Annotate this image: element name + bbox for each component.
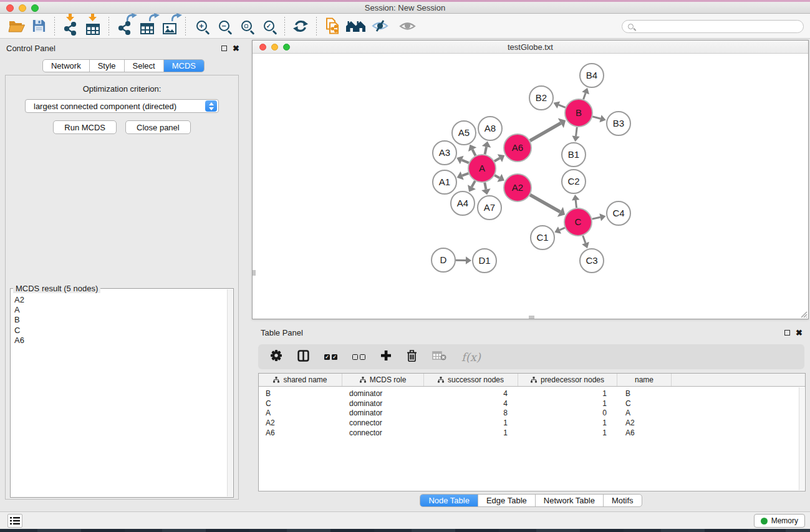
search-input[interactable] [637,21,803,32]
tab-network-table[interactable]: Network Table [536,495,604,506]
float-panel-icon[interactable] [784,330,790,336]
graph-node-label: C1 [536,232,548,243]
tab-motifs[interactable]: Motifs [604,495,642,506]
table-row[interactable]: Cdominator41C [259,399,805,409]
close-panel-icon[interactable]: ✖ [233,44,239,52]
graph-edge-B-B4[interactable] [584,93,586,99]
result-item[interactable]: A2 [14,295,226,305]
graph-edge-A-A3[interactable] [462,160,469,163]
column-header-mcds-role[interactable]: MCDS role [342,374,424,386]
save-session-button[interactable] [27,16,50,37]
mcds-result-list: A2 A B C A6 [11,293,226,496]
graph-edge-C-C3[interactable] [583,236,586,243]
zoom-fit-button[interactable] [235,16,258,37]
export-table-button[interactable] [136,16,158,37]
graph-edge-A6-B[interactable] [530,123,561,140]
show-hide-button[interactable] [369,16,391,37]
run-mcds-button[interactable]: Run MCDS [53,120,117,134]
column-header-successor-nodes[interactable]: successor nodes [424,374,518,386]
graph-edge-A2-C[interactable] [530,195,560,211]
open-session-button[interactable] [5,16,27,37]
column-type-icon [273,377,279,383]
search-field [622,20,804,33]
create-column-button[interactable] [380,350,392,364]
checked-box-icon: ✓ [324,354,330,360]
graph-edge-A-A7[interactable] [485,183,486,190]
close-panel-icon[interactable]: ✖ [796,329,803,337]
tab-style[interactable]: Style [90,60,125,72]
zoom-in-button[interactable]: + [190,16,213,37]
result-item[interactable]: C [14,326,226,336]
table-cell: 1 [518,418,617,427]
import-table-button[interactable] [82,16,104,37]
column-header-predecessor-nodes[interactable]: predecessor nodes [518,374,617,386]
result-item[interactable]: A [14,305,226,315]
memory-button[interactable]: Memory [754,514,805,528]
table-scrollbar[interactable] [799,387,804,490]
graph-node-label: D [440,254,447,265]
criterion-select[interactable]: largest connected component (directed) [25,99,219,113]
table-row[interactable]: Adominator80A [259,408,805,418]
window-edge-handle [253,270,256,276]
graph-edge-C-C4[interactable] [592,217,600,219]
column-header-name[interactable]: name [617,374,672,386]
table-settings-button[interactable] [270,349,282,364]
delete-table-button[interactable] [432,351,446,363]
graph-edge-A-A4[interactable] [472,181,475,187]
close-panel-button[interactable]: Close panel [125,120,191,134]
delete-column-button[interactable] [407,349,417,364]
eye-slash-icon [372,19,388,32]
graph-edge-A-A1[interactable] [462,173,468,176]
list-icon [10,516,20,525]
graph-edge-arrowhead [572,195,579,201]
network-graph-canvas[interactable]: B4B2BB3A8A5A6A3B1AA1C2A2A4A7C4CC1DD1C3 [253,54,808,319]
tab-network[interactable]: Network [43,60,90,72]
table-row[interactable]: A6connector11A6 [259,428,805,438]
column-header-shared-name[interactable]: shared name [259,374,342,386]
tab-edge-table[interactable]: Edge Table [478,495,536,506]
resize-grip[interactable] [800,311,808,318]
export-image-button[interactable] [158,16,181,37]
result-scrollbar[interactable] [227,289,233,496]
select-all-columns-button[interactable]: ✓ ✓ [324,354,337,360]
graph-edge-B-B3[interactable] [592,117,600,118]
table-row[interactable]: Bdominator41B [259,389,805,399]
import-network-button[interactable] [59,16,82,37]
graph-edge-B-B1[interactable] [576,127,577,136]
tab-node-table[interactable]: Node Table [420,495,478,506]
zoom-out-button[interactable]: − [213,16,235,37]
table-row[interactable]: A2connector11A2 [259,418,805,428]
graph-edge-A-A2[interactable] [494,175,499,178]
tab-mcds[interactable]: MCDS [164,60,204,72]
result-item[interactable]: A6 [14,336,226,346]
graph-edge-A-A8[interactable] [485,147,486,154]
result-item[interactable]: B [14,315,226,325]
graph-edge-C-C1[interactable] [559,228,564,230]
tab-select[interactable]: Select [125,60,164,72]
table-cell: 4 [424,389,518,398]
graph-edge-A-A6[interactable] [494,158,500,162]
function-builder-button[interactable]: f(x) [461,351,481,364]
show-columns-button[interactable] [297,350,309,364]
table-panel-header: Table Panel ✖ [261,328,803,337]
apply-layout-button[interactable] [289,16,312,37]
graph-edge-B-B2[interactable] [559,105,566,107]
column-label: name [635,375,653,384]
unchecked-box-icon [352,354,358,360]
control-panel-title: Control Panel [6,44,221,53]
deselect-all-columns-button[interactable] [352,354,365,360]
save-floppy-icon [32,19,46,33]
export-network-button[interactable] [113,16,136,37]
zoom-selected-button[interactable]: ✓ [258,16,280,37]
preview-button[interactable] [396,16,418,37]
task-history-button[interactable] [7,514,22,528]
first-neighbors-button[interactable] [344,16,369,37]
new-session-from-network-button[interactable] [321,16,344,37]
graph-edge-A-A5[interactable] [473,150,476,156]
application-window: Session: New Session [0,0,810,532]
desktop-wallpaper-bottom [0,529,810,532]
graph-node-label: B3 [613,118,624,128]
graph-edge-C-C2[interactable] [576,200,576,208]
float-panel-icon[interactable] [221,46,227,51]
network-icon [64,22,77,36]
